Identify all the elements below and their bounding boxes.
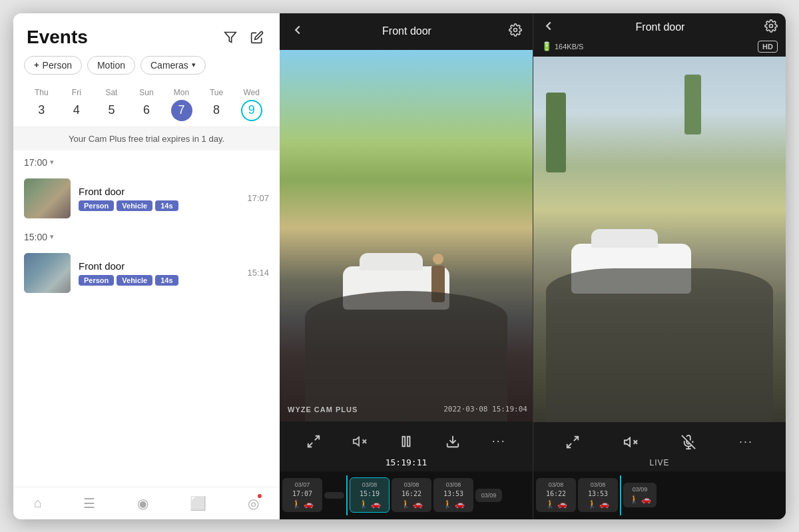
time-group-1500[interactable]: 15:00 ▾: [13, 225, 280, 246]
download-button[interactable]: [439, 428, 466, 455]
tl-time-2: 15:19: [360, 490, 380, 497]
events-panel: Events + Person: [13, 13, 280, 519]
time-group-chevron-icon: ▾: [50, 158, 54, 166]
bottom-nav: ⌂ ☰ ◉ ⬜ ◎: [13, 487, 280, 519]
tl-car-icon-4: 🚗: [455, 499, 465, 509]
time-group-1700[interactable]: 17:00 ▾: [13, 150, 280, 172]
time-group-1500-label: 15:00: [24, 232, 47, 242]
playback-panel: Front door WYZE CAM P: [280, 13, 533, 519]
grid-icon: ⬜: [190, 495, 206, 511]
tl-item-0308-1622[interactable]: 03/08 16:22 🚶 🚗: [392, 478, 431, 512]
playback-back-button[interactable]: [290, 23, 305, 41]
tl-date-4: 03/08: [446, 481, 461, 488]
nav-home[interactable]: ⌂: [34, 495, 42, 511]
nav-profile[interactable]: ◎: [248, 495, 259, 511]
playback-settings-button[interactable]: [509, 23, 522, 40]
day-tue: Tue: [210, 88, 223, 97]
live-tl-date-1: 03/08: [591, 481, 606, 488]
trial-banner: Your Cam Plus free trial expires in 1 da…: [13, 127, 280, 150]
live-tl-time-0: 16:22: [546, 490, 566, 497]
playback-header: Front door: [280, 13, 533, 50]
edit-icon[interactable]: [248, 28, 266, 47]
day-sun: Sun: [139, 88, 153, 97]
tl-item-0307-blank[interactable]: [324, 492, 344, 499]
tag-duration-1514: 14s: [155, 275, 178, 286]
event-tags-1707: Person Vehicle 14s: [79, 200, 239, 211]
tl-car-icon-3: 🚗: [413, 499, 423, 509]
camera-icon: ◉: [137, 495, 148, 511]
svg-point-10: [770, 24, 773, 27]
playback-controls: ··· 15:19:11: [280, 421, 533, 471]
time-group-1700-label: 17:00: [24, 157, 47, 168]
timeline-cursor: [346, 475, 348, 515]
timestamp-overlay: 2022·03·08 15:19:04: [443, 405, 527, 413]
date-mon[interactable]: Mon 7: [171, 88, 192, 121]
chip-cameras[interactable]: Cameras ▾: [140, 56, 206, 75]
event-tags-1514: Person Vehicle 14s: [79, 275, 239, 286]
tl-date-2: 03/08: [362, 481, 378, 488]
tl-time-0: 17:07: [292, 490, 312, 497]
event-item-1514[interactable]: Front door Person Vehicle 14s 15:14: [13, 246, 280, 300]
date-fri[interactable]: Fri 4: [66, 88, 87, 121]
live-settings-button[interactable]: [764, 19, 778, 36]
nav-camera[interactable]: ◉: [137, 495, 148, 511]
live-tl-icons-0: 🚶 🚗: [545, 499, 567, 509]
tag-vehicle-1707: Vehicle: [117, 200, 152, 211]
nav-grid[interactable]: ⬜: [190, 495, 206, 511]
nav-list[interactable]: ☰: [83, 495, 95, 511]
mute-button[interactable]: [346, 428, 373, 455]
events-header: Events: [13, 13, 280, 56]
date-sat[interactable]: Sat 5: [101, 88, 122, 121]
event-name-1707: Front door: [79, 186, 239, 197]
events-header-icons: [221, 28, 266, 47]
date-row: Thu 3 Fri 4 Sat 5 Sun 6 Mon 7 Tue 8: [13, 83, 280, 127]
chip-person-icon: +: [34, 60, 39, 70]
tag-duration-1707: 14s: [155, 200, 178, 211]
tl-item-0308-1519[interactable]: 03/08 15:19 🚶 🚗: [350, 477, 390, 513]
num-wed: 9: [241, 100, 262, 121]
day-thu: Thu: [35, 88, 49, 97]
battery-icon: 🔋: [541, 41, 552, 51]
svg-line-11: [574, 436, 578, 440]
tl-date-0: 03/07: [295, 481, 310, 488]
live-mic-button[interactable]: [675, 429, 702, 455]
list-icon: ☰: [83, 495, 95, 511]
live-info-row: 🔋 164KB/S HD: [533, 39, 786, 57]
num-mon: 7: [171, 100, 192, 121]
nav-dot: [258, 494, 262, 498]
live-controls: ··· LIVE: [533, 422, 786, 471]
tl-item-0307-1707[interactable]: 03/07 17:07 🚶 🚗: [282, 478, 322, 512]
live-back-button[interactable]: [541, 19, 556, 37]
live-bandwidth: 🔋 164KB/S: [541, 41, 583, 51]
live-tl-item-0308-1622[interactable]: 03/08 16:22 🚶 🚗: [536, 478, 576, 512]
date-thu[interactable]: Thu 3: [31, 88, 52, 121]
play-pause-button[interactable]: [393, 428, 419, 455]
chip-motion[interactable]: Motion: [87, 56, 135, 75]
more-button[interactable]: ···: [485, 428, 512, 455]
live-scene: [533, 57, 786, 422]
date-wed[interactable]: Wed 9: [241, 88, 262, 121]
tl-item-0308-1353[interactable]: 03/08 13:53 🚶 🚗: [433, 478, 473, 512]
live-tl-car-icon-2: 🚗: [641, 495, 651, 504]
tag-person-1707: Person: [79, 200, 114, 211]
cameras-chevron-icon: ▾: [192, 61, 196, 69]
tl-icons-0: 🚶 🚗: [292, 499, 314, 509]
live-mute-button[interactable]: [617, 429, 644, 455]
live-tl-item-0309[interactable]: 03/09 🚶 🚗: [623, 483, 657, 507]
date-tue[interactable]: Tue 8: [206, 88, 227, 121]
live-tl-car-icon-0: 🚗: [557, 499, 567, 509]
tl-item-0309[interactable]: 03/09: [475, 489, 502, 502]
chip-motion-label: Motion: [97, 60, 125, 71]
chip-person[interactable]: + Person: [24, 56, 82, 75]
live-fullscreen-button[interactable]: [559, 429, 586, 455]
live-tl-item-0308-1353[interactable]: 03/08 13:53 🚶 🚗: [578, 478, 618, 512]
date-sun[interactable]: Sun 6: [136, 88, 157, 121]
live-more-button[interactable]: ···: [733, 429, 760, 455]
fullscreen-button[interactable]: [300, 428, 327, 455]
svg-point-1: [514, 28, 517, 31]
day-wed: Wed: [243, 88, 259, 97]
filter-icon[interactable]: [221, 28, 240, 47]
watermark: WYZE CAM PLUS: [288, 405, 358, 413]
event-name-1514: Front door: [79, 260, 239, 272]
event-item-1707[interactable]: Front door Person Vehicle 14s 17:07: [13, 172, 280, 225]
